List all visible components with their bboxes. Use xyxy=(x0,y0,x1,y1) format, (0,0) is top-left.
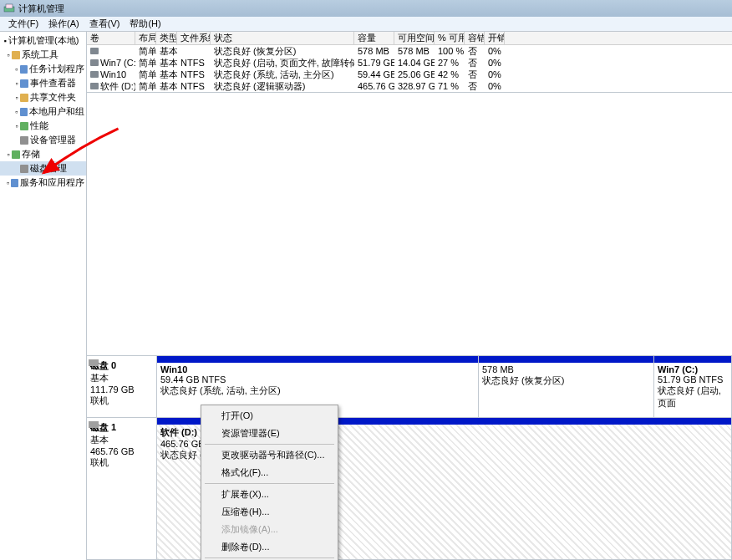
vol-free: 328.97 GB xyxy=(394,81,435,91)
task-icon xyxy=(20,65,28,74)
vol-overhead: 0% xyxy=(485,69,505,79)
volume-list-header: 卷 布局 类型 文件系统 状态 容量 可用空间 % 可用 容错 开销 xyxy=(87,32,732,45)
expand-icon: ▫ xyxy=(13,79,20,88)
tree-device-manager[interactable]: 设备管理器 xyxy=(0,133,86,147)
partition-name: Win7 (C:) xyxy=(658,364,728,374)
tree-local-users[interactable]: ▫ 本地用户和组 xyxy=(0,104,86,119)
vol-type: 基本 xyxy=(156,57,177,69)
expand-icon: ▫ xyxy=(13,94,20,102)
expand-icon: ▫ xyxy=(5,150,12,159)
col-header-status[interactable]: 状态 xyxy=(211,32,354,44)
volume-list: 卷 布局 类型 文件系统 状态 容量 可用空间 % 可用 容错 开销 简单 基本… xyxy=(87,32,732,93)
vol-name: Win10 xyxy=(100,69,126,79)
partition-color-bar xyxy=(479,356,653,363)
partition-name: Win10 xyxy=(160,364,475,374)
disk0-partition-win7[interactable]: Win7 (C:) 51.79 GB NTFS 状态良好 (启动, 页面 xyxy=(654,356,732,417)
menu-help[interactable]: 帮助(H) xyxy=(125,18,165,30)
vol-name: Win7 (C:) xyxy=(100,58,135,68)
vol-status: 状态良好 (逻辑驱动器) xyxy=(211,80,354,93)
ctx-change-drive-letter[interactable]: 更改驱动器号和路径(C)... xyxy=(203,446,336,464)
menu-file[interactable]: 文件(F) xyxy=(3,18,43,30)
partition-size: 51.79 GB NTFS xyxy=(658,374,728,384)
vol-status: 状态良好 (系统, 活动, 主分区) xyxy=(211,69,354,81)
col-header-volume[interactable]: 卷 xyxy=(87,32,135,44)
volume-row[interactable]: Win7 (C:) 简单 基本 NTFS 状态良好 (启动, 页面文件, 故障转… xyxy=(87,57,732,69)
ctx-delete-volume[interactable]: 删除卷(D)... xyxy=(203,538,336,556)
vol-free: 14.04 GB xyxy=(394,58,435,68)
disk-1-header[interactable]: 磁盘 1 基本 465.76 GB 联机 xyxy=(87,418,157,559)
col-header-layout[interactable]: 布局 xyxy=(135,32,156,44)
storage-icon xyxy=(12,150,20,159)
disk-1-row: 磁盘 1 基本 465.76 GB 联机 软件 (D:) 465.76 GB 状… xyxy=(87,418,732,560)
col-header-fault[interactable]: 容错 xyxy=(465,32,485,44)
expand-icon: ▫ xyxy=(13,65,20,74)
volume-icon xyxy=(90,71,99,78)
col-header-pct[interactable]: % 可用 xyxy=(435,32,465,44)
col-header-capacity[interactable]: 容量 xyxy=(354,32,394,44)
expand-icon: ▫ xyxy=(13,108,20,116)
tree-task-scheduler[interactable]: ▫ 任务计划程序 xyxy=(0,62,86,76)
menu-separator xyxy=(205,557,334,558)
ctx-shrink-volume[interactable]: 压缩卷(H)... xyxy=(203,503,336,521)
volume-row[interactable]: 简单 基本 状态良好 (恢复分区) 578 MB 578 MB 100 % 否 … xyxy=(87,45,732,57)
tree-storage[interactable]: ▫ 存储 xyxy=(0,147,86,161)
tree-root-computer[interactable]: ▪ 计算机管理(本地) xyxy=(0,33,86,48)
content-pane: 卷 布局 类型 文件系统 状态 容量 可用空间 % 可用 容错 开销 简单 基本… xyxy=(87,32,732,560)
vol-status: 状态良好 (恢复分区) xyxy=(211,45,354,58)
vol-type: 基本 xyxy=(156,80,177,93)
partition-size: 59.44 GB NTFS xyxy=(160,374,475,384)
disk-graphical-view: 磁盘 0 基本 111.79 GB 联机 Win10 59.44 GB NTFS… xyxy=(87,355,732,560)
volume-row[interactable]: Win10 简单 基本 NTFS 状态良好 (系统, 活动, 主分区) 59.4… xyxy=(87,69,732,80)
ctx-open[interactable]: 打开(O) xyxy=(203,407,336,425)
perf-icon xyxy=(20,122,28,130)
disk0-partition-recovery[interactable]: 578 MB 状态良好 (恢复分区) xyxy=(479,356,654,417)
vol-pct: 71 % xyxy=(435,81,465,91)
tree-label: 共享文件夹 xyxy=(30,91,76,104)
col-header-overhead[interactable]: 开销 xyxy=(485,32,505,44)
vol-fs: NTFS xyxy=(177,58,211,68)
col-header-free[interactable]: 可用空间 xyxy=(394,32,435,44)
app-icon xyxy=(3,3,15,14)
tree-label: 设备管理器 xyxy=(30,134,76,146)
vol-fs: NTFS xyxy=(177,69,211,79)
vol-free: 25.06 GB xyxy=(394,69,435,79)
vol-cap: 578 MB xyxy=(354,46,394,56)
tree-label: 磁盘管理 xyxy=(30,162,67,175)
main-area: ▪ 计算机管理(本地) ▫ 系统工具 ▫ 任务计划程序 ▫ 事件查看器 ▫ xyxy=(0,32,732,560)
disk-status: 联机 xyxy=(90,456,153,469)
disk-title: 磁盘 0 xyxy=(90,359,153,372)
tree-shared-folders[interactable]: ▫ 共享文件夹 xyxy=(0,90,86,104)
vol-pct: 27 % xyxy=(435,58,465,68)
ctx-extend-volume[interactable]: 扩展卷(X)... xyxy=(203,486,336,503)
tree-performance[interactable]: ▫ 性能 xyxy=(0,119,86,133)
ctx-format[interactable]: 格式化(F)... xyxy=(203,464,336,481)
vol-fault: 否 xyxy=(465,69,485,81)
ctx-explorer[interactable]: 资源管理器(E) xyxy=(203,425,336,442)
col-header-fs[interactable]: 文件系统 xyxy=(177,32,211,44)
tree-label: 系统工具 xyxy=(22,48,58,61)
tree-services-apps[interactable]: ▫ 服务和应用程序 xyxy=(0,176,86,190)
vol-name: 软件 (D:) xyxy=(100,81,135,91)
navigation-tree: ▪ 计算机管理(本地) ▫ 系统工具 ▫ 任务计划程序 ▫ 事件查看器 ▫ xyxy=(0,32,87,560)
tree-system-tools[interactable]: ▫ 系统工具 xyxy=(0,48,86,62)
disk-0-header[interactable]: 磁盘 0 基本 111.79 GB 联机 xyxy=(87,356,157,417)
window-titlebar: 计算机管理 xyxy=(0,0,732,17)
vol-type: 基本 xyxy=(156,69,177,81)
context-menu: 打开(O) 资源管理器(E) 更改驱动器号和路径(C)... 格式化(F)...… xyxy=(201,405,338,560)
volume-row[interactable]: 软件 (D:) 简单 基本 NTFS 状态良好 (逻辑驱动器) 465.76 G… xyxy=(87,80,732,92)
vol-pct: 42 % xyxy=(435,69,465,79)
vol-status: 状态良好 (启动, 页面文件, 故障转储, 主分区) xyxy=(211,57,354,69)
disk-title: 磁盘 1 xyxy=(90,421,153,434)
menu-separator xyxy=(205,444,334,445)
menubar: 文件(F) 操作(A) 查看(V) 帮助(H) xyxy=(0,17,732,32)
col-header-type[interactable]: 类型 xyxy=(156,32,177,44)
expand-icon: ▫ xyxy=(5,51,12,59)
menu-view[interactable]: 查看(V) xyxy=(84,18,125,30)
tree-disk-management[interactable]: 磁盘管理 xyxy=(0,161,86,176)
menu-action[interactable]: 操作(A) xyxy=(43,18,84,30)
vol-fault: 否 xyxy=(465,80,485,93)
event-icon xyxy=(20,79,28,88)
vol-layout: 简单 xyxy=(135,80,156,93)
partition-color-bar xyxy=(654,356,731,363)
tree-event-viewer[interactable]: ▫ 事件查看器 xyxy=(0,76,86,90)
